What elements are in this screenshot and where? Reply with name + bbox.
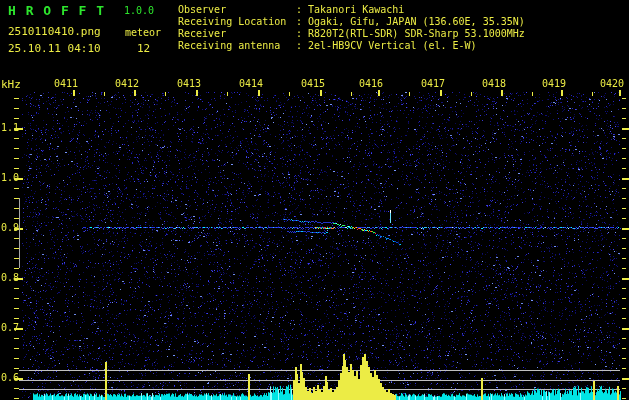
meteor-count: 12 <box>137 43 150 54</box>
time-axis-label: 0415 <box>301 79 325 89</box>
info-label: Receiving antenna <box>178 41 296 51</box>
info-value: Takanori Kawachi <box>308 4 404 15</box>
freq-axis-label: 1.0 <box>1 173 19 183</box>
info-sep: : <box>296 28 302 39</box>
info-sep: : <box>296 4 302 15</box>
time-axis-label: 0419 <box>542 79 566 89</box>
meteor-label: meteor <box>125 28 161 38</box>
freq-axis-label: 1.1 <box>1 123 19 133</box>
output-filename: 2510110410.png <box>8 26 101 37</box>
info-sep: : <box>296 16 302 27</box>
freq-axis-label: 0.8 <box>1 273 19 283</box>
info-value: R820T2(RTL-SDR) SDR-Sharp 53.1000MHz <box>308 28 525 39</box>
freq-axis-label: 0.6 <box>1 373 19 383</box>
time-axis-label: 0417 <box>421 79 445 89</box>
info-label: Observer <box>178 5 296 15</box>
info-label: Receiver <box>178 29 296 39</box>
time-axis-label: 0416 <box>359 79 383 89</box>
time-axis-label: 0420 <box>600 79 624 89</box>
time-axis-label: 0414 <box>239 79 263 89</box>
app-version: 1.0.0 <box>124 6 154 16</box>
info-value: Ogaki, Gifu, JAPAN (136.60E, 35.35N) <box>308 16 525 27</box>
freq-axis-unit: kHz <box>1 79 21 90</box>
freq-axis-label: 0.7 <box>1 323 19 333</box>
datetime-label: 25.10.11 04:10 <box>8 43 101 54</box>
app-title: H R O F F T <box>8 4 105 17</box>
time-axis-label: 0412 <box>115 79 139 89</box>
time-axis-label: 0413 <box>177 79 201 89</box>
info-row-antenna: Receiving antenna: 2el-HB9CV Vertical (e… <box>178 41 477 51</box>
info-row-location: Receiving Location: Ogaki, Gifu, JAPAN (… <box>178 17 525 27</box>
freq-axis-label: 0.9 <box>1 223 19 233</box>
time-axis-label: 0411 <box>54 79 78 89</box>
spectrogram-canvas <box>0 0 629 400</box>
hrofft-screen: H R O F F T 1.0.0 2510110410.png meteor … <box>0 0 629 400</box>
info-value: 2el-HB9CV Vertical (el. E-W) <box>308 40 477 51</box>
info-label: Receiving Location <box>178 17 296 27</box>
info-sep: : <box>296 40 302 51</box>
time-axis-label: 0418 <box>482 79 506 89</box>
info-row-observer: Observer: Takanori Kawachi <box>178 5 404 15</box>
info-row-receiver: Receiver: R820T2(RTL-SDR) SDR-Sharp 53.1… <box>178 29 525 39</box>
